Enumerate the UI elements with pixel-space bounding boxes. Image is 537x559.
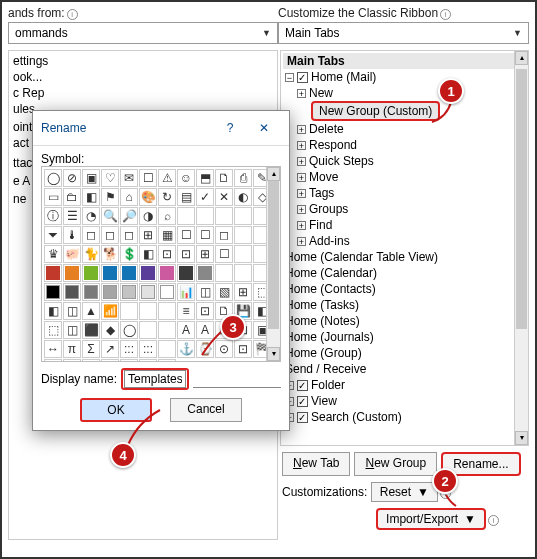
expand-icon[interactable]: + bbox=[297, 205, 306, 214]
symbol-option[interactable]: ⊘ bbox=[63, 169, 81, 187]
symbol-option[interactable]: ⊡ bbox=[196, 302, 214, 320]
symbol-option[interactable]: 🌡 bbox=[63, 226, 81, 244]
symbol-option[interactable] bbox=[158, 264, 176, 282]
symbol-option[interactable]: ✕ bbox=[215, 188, 233, 206]
symbol-option[interactable]: ◯ bbox=[44, 169, 62, 187]
symbol-option[interactable] bbox=[101, 283, 119, 301]
symbol-option[interactable]: ◫ bbox=[196, 283, 214, 301]
symbol-option[interactable] bbox=[120, 283, 138, 301]
symbol-option[interactable] bbox=[82, 283, 100, 301]
symbol-option[interactable]: ◻ bbox=[101, 226, 119, 244]
help-button[interactable]: ? bbox=[213, 116, 247, 140]
symbol-option[interactable]: 💲 bbox=[120, 245, 138, 263]
display-name-input[interactable] bbox=[124, 370, 186, 388]
customize-ribbon-dropdown[interactable]: Main Tabs ▼ bbox=[278, 22, 529, 44]
symbol-option[interactable]: ⌕ bbox=[158, 207, 176, 225]
symbol-option[interactable]: ⚑ bbox=[101, 188, 119, 206]
symbol-option[interactable]: ⌚ bbox=[196, 340, 214, 358]
symbol-option[interactable]: ☐ bbox=[177, 226, 195, 244]
symbol-option[interactable]: ⌂ bbox=[120, 188, 138, 206]
symbol-option[interactable]: ♡ bbox=[101, 169, 119, 187]
symbol-option[interactable]: ◻ bbox=[215, 226, 233, 244]
symbol-option[interactable] bbox=[139, 283, 157, 301]
symbol-option[interactable]: ⊡ bbox=[177, 245, 195, 263]
symbol-option[interactable]: ☐ bbox=[139, 169, 157, 187]
symbol-option[interactable]: 🔍 bbox=[101, 207, 119, 225]
symbol-option[interactable]: ◯ bbox=[120, 321, 138, 339]
symbol-option[interactable] bbox=[139, 359, 157, 362]
symbol-option[interactable]: ⬛ bbox=[82, 321, 100, 339]
symbol-option[interactable] bbox=[158, 340, 176, 358]
symbol-option[interactable]: ::: bbox=[139, 340, 157, 358]
symbol-option[interactable]: ⊞ bbox=[234, 283, 252, 301]
symbol-option[interactable]: ⊡ bbox=[63, 359, 81, 362]
tabs-tree[interactable]: ▴ ▾ Main Tabs −Home (Mail) +New New Grou… bbox=[280, 50, 529, 446]
symbol-option[interactable]: ✉ bbox=[120, 169, 138, 187]
symbol-option[interactable] bbox=[82, 264, 100, 282]
expand-icon[interactable]: + bbox=[297, 221, 306, 230]
symbol-option[interactable] bbox=[196, 207, 214, 225]
symbol-option[interactable] bbox=[120, 302, 138, 320]
symbol-option[interactable]: ⊙ bbox=[215, 340, 233, 358]
symbol-option[interactable]: ↗ bbox=[101, 340, 119, 358]
symbol-option[interactable]: ☰ bbox=[63, 207, 81, 225]
symbol-option[interactable]: ⬒ bbox=[196, 169, 214, 187]
symbol-option[interactable]: ⊡ bbox=[234, 340, 252, 358]
expand-icon[interactable]: + bbox=[297, 125, 306, 134]
symbol-option[interactable] bbox=[234, 207, 252, 225]
symbol-option[interactable]: ◻ bbox=[120, 226, 138, 244]
expand-icon[interactable]: + bbox=[297, 141, 306, 150]
symbol-option[interactable]: ⊞ bbox=[139, 226, 157, 244]
expand-icon[interactable]: + bbox=[297, 173, 306, 182]
symbol-option[interactable] bbox=[234, 264, 252, 282]
symbol-option[interactable]: ♛ bbox=[44, 245, 62, 263]
new-group-button[interactable]: New Group bbox=[354, 452, 437, 476]
symbol-option[interactable]: 🗀 bbox=[63, 188, 81, 206]
symbol-option[interactable] bbox=[158, 302, 176, 320]
scroll-down-icon[interactable]: ▾ bbox=[267, 347, 280, 361]
expand-icon[interactable]: + bbox=[297, 237, 306, 246]
scroll-thumb[interactable] bbox=[516, 69, 527, 329]
symbol-option[interactable]: ⓘ bbox=[44, 207, 62, 225]
symbol-option[interactable]: ::: bbox=[120, 340, 138, 358]
symbol-option[interactable]: 🎨 bbox=[139, 188, 157, 206]
symbol-option[interactable]: ◫ bbox=[63, 321, 81, 339]
cancel-button[interactable]: Cancel bbox=[170, 398, 242, 422]
symbol-option[interactable] bbox=[196, 264, 214, 282]
symbol-option[interactable] bbox=[177, 207, 195, 225]
symbol-option[interactable] bbox=[158, 321, 176, 339]
scroll-down-icon[interactable]: ▾ bbox=[515, 431, 528, 445]
symbol-option[interactable]: ⬚ bbox=[44, 321, 62, 339]
symbol-option[interactable]: π bbox=[63, 340, 81, 358]
symbol-option[interactable] bbox=[234, 226, 252, 244]
symbol-option[interactable] bbox=[139, 302, 157, 320]
symbol-picker[interactable]: ◯⊘▣♡✉☐⚠☺⬒🗋⎙✎▭🗀◧⚑⌂🎨↻▤✓✕◐◇ⓘ☰◔🔍🔎◑⌕ ⏷🌡◻◻◻⊞▦☐… bbox=[41, 166, 281, 362]
symbol-option[interactable]: ▤ bbox=[177, 188, 195, 206]
symbol-option[interactable]: 🐈 bbox=[82, 245, 100, 263]
symbol-option[interactable]: ⏷ bbox=[44, 226, 62, 244]
checkbox[interactable] bbox=[297, 380, 308, 391]
symbol-option[interactable]: Σ bbox=[82, 340, 100, 358]
symbol-option[interactable]: ⚓ bbox=[177, 340, 195, 358]
symbol-option[interactable]: ▦ bbox=[158, 226, 176, 244]
symbol-option[interactable]: ◧ bbox=[82, 188, 100, 206]
scroll-up-icon[interactable]: ▴ bbox=[515, 51, 528, 65]
new-tab-button[interactable]: New Tab bbox=[282, 452, 350, 476]
symbol-option[interactable]: ▣ bbox=[82, 169, 100, 187]
expand-icon[interactable]: + bbox=[297, 157, 306, 166]
checkbox[interactable] bbox=[297, 396, 308, 407]
symbol-option[interactable]: 📶 bbox=[101, 302, 119, 320]
symbol-option[interactable]: ◆ bbox=[120, 359, 138, 362]
symbol-option[interactable]: ◻ bbox=[82, 226, 100, 244]
symbol-option[interactable] bbox=[63, 283, 81, 301]
symbol-option[interactable] bbox=[158, 359, 176, 362]
symbol-option[interactable]: ☐ bbox=[215, 245, 233, 263]
symbol-option[interactable]: ✓ bbox=[196, 188, 214, 206]
symbol-option[interactable]: 🐕 bbox=[101, 245, 119, 263]
symbol-option[interactable]: ↔ bbox=[44, 340, 62, 358]
symbol-option[interactable] bbox=[177, 264, 195, 282]
symbol-option[interactable]: ⬥ bbox=[101, 359, 119, 362]
symbol-option[interactable] bbox=[139, 264, 157, 282]
symbol-option[interactable]: ≡ bbox=[177, 302, 195, 320]
symbol-option[interactable] bbox=[139, 321, 157, 339]
